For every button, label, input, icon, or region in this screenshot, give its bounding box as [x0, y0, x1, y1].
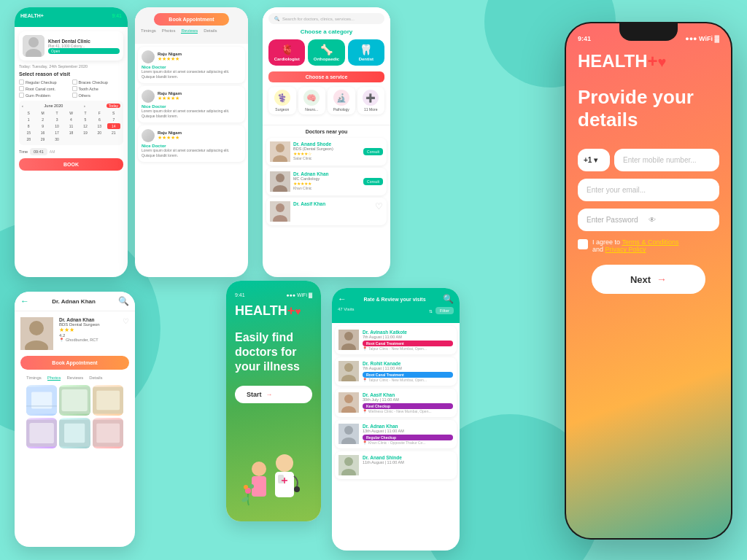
search-bar[interactable]: 🔍 Search for doctors, clinics, services.… — [268, 13, 384, 24]
service-grid: ⚕️ Surgeon 🧠 Neuro... 🔬 Pathology ➕ 11 M… — [268, 87, 384, 114]
cb-toothache[interactable]: Tooth Ache — [72, 86, 124, 91]
cal-next[interactable]: › — [84, 104, 85, 108]
onboard-time: 9:41 — [235, 292, 245, 298]
cb-others-box[interactable] — [72, 93, 77, 98]
d10[interactable]: 10 — [50, 123, 63, 129]
book-appointment-profile-btn[interactable]: Book Appointment — [20, 356, 129, 370]
cb-regular[interactable]: Regular Checkup — [19, 79, 71, 85]
tab-timings[interactable]: Timings — [141, 28, 156, 34]
cb-gum-box[interactable] — [19, 93, 24, 98]
d15[interactable]: 15 — [22, 130, 35, 136]
cb-rootcanal[interactable]: Root Canal cont. — [19, 86, 71, 91]
ptab-details[interactable]: Details — [89, 376, 102, 381]
d20[interactable]: 20 — [93, 130, 106, 136]
tab-photos[interactable]: Photos — [162, 28, 176, 34]
review-card-3: Raju Nigam ★★★★★ Nice Doctor Lorem ipsum… — [138, 125, 245, 162]
filter-button[interactable]: Filter — [436, 307, 454, 314]
d13[interactable]: 13 — [93, 123, 106, 129]
d12[interactable]: 12 — [79, 123, 92, 129]
d3[interactable]: 3 — [50, 117, 63, 122]
cat-cardiologist[interactable]: 🫀 Cardiologist — [268, 39, 305, 66]
cb-toothache-box[interactable] — [72, 86, 77, 91]
next-button[interactable]: Next → — [592, 265, 705, 294]
d6[interactable]: 6 — [93, 117, 106, 122]
profile-stars: ★★★ — [59, 327, 117, 333]
reviewer-row-2: Raju Nigam ★★★★★ — [142, 90, 241, 103]
search-placeholder: Search for doctors, clinics, services... — [282, 17, 355, 21]
cb-others[interactable]: Others — [72, 93, 124, 98]
d9[interactable]: 9 — [36, 123, 49, 129]
cb-braces[interactable]: Braces Checkup — [72, 79, 124, 85]
select-reason: Select reason of visit — [19, 71, 123, 77]
ptab-reviews[interactable]: Reviews — [66, 376, 83, 381]
svg-rect-33 — [96, 391, 120, 410]
password-input[interactable]: Enter Password 👁 — [578, 209, 719, 231]
back-button[interactable]: ← — [20, 296, 29, 306]
visit-info-5: Dr. Anand Shinde 11th August | 11:00 AM — [363, 455, 453, 475]
visit-date-5: 11th August | 11:00 AM — [363, 460, 453, 464]
terms-link[interactable]: Terms & Conditions — [622, 238, 678, 246]
today-btn[interactable]: Today — [107, 104, 120, 108]
d30[interactable]: 30 — [50, 136, 63, 142]
clinic-info: Kheri Dental Clinic Plot 41, 1000 Colony… — [48, 39, 120, 54]
profile-search-icon[interactable]: 🔍 — [118, 296, 129, 306]
eye-toggle-icon[interactable]: 👁 — [649, 216, 711, 224]
email-input[interactable]: Enter your email... — [578, 179, 719, 201]
favorite-icon[interactable]: ♡ — [123, 317, 129, 350]
d4[interactable]: 4 — [64, 117, 77, 122]
phone-main: 9:41 ●●● WiFi ▓ HEALTH+♥ Provide your de… — [565, 22, 732, 540]
d18[interactable]: 18 — [64, 130, 77, 136]
service-surgeon[interactable]: ⚕️ Surgeon — [268, 87, 296, 114]
service-neuro[interactable]: 🧠 Neuro... — [298, 87, 326, 114]
consult-btn-1[interactable]: Consult — [363, 148, 383, 155]
d1[interactable]: 1 — [22, 117, 35, 122]
cb-gum[interactable]: Gum Problem — [19, 93, 71, 98]
visits-title: Rate & Review your visits — [363, 297, 425, 302]
service-pathology[interactable]: 🔬 Pathology — [328, 87, 355, 114]
visit-item-3: Dr. Aasif Khan 30th July | 11:00 AM Keel… — [335, 389, 457, 417]
tab-details[interactable]: Details — [204, 28, 217, 34]
d5[interactable]: 5 — [79, 117, 92, 122]
ptab-timings[interactable]: Timings — [26, 376, 42, 381]
service-more-label: 11 More — [359, 107, 384, 112]
mobile-input[interactable]: Enter mobile number... — [614, 149, 719, 171]
d7[interactable]: 7 — [107, 117, 120, 122]
visit-avatar-2 — [338, 361, 359, 381]
cal-prev[interactable]: ‹ — [22, 104, 23, 108]
pathology-icon: 🔬 — [333, 90, 349, 106]
profile-details: Dr. Adnan Khan BDS Dental Surgeon ★★★ 4.… — [59, 317, 117, 350]
cb-rootcanal-box[interactable] — [19, 86, 24, 91]
d14[interactable]: 14 — [107, 123, 120, 129]
phone-categories: 🔍 Search for doctors, clinics, services.… — [263, 7, 390, 277]
book-appointment-btn[interactable]: Book Appointment — [154, 13, 228, 26]
time-value[interactable]: 09:41 — [30, 148, 47, 155]
consult-btn-2[interactable]: Consult — [363, 178, 383, 185]
d8[interactable]: 8 — [22, 123, 35, 129]
d21[interactable]: 21 — [107, 130, 120, 136]
book-button[interactable]: BOOK — [19, 158, 123, 171]
privacy-link[interactable]: Privacy Policy — [605, 246, 646, 253]
ptab-photos[interactable]: Photos — [47, 376, 61, 381]
tab-reviews[interactable]: Reviews — [181, 28, 198, 34]
d17[interactable]: 17 — [50, 130, 63, 136]
d28[interactable]: 28 — [22, 136, 35, 142]
cat-dentist[interactable]: 🦷 Dentist — [348, 39, 384, 66]
start-button[interactable]: Start → — [235, 386, 312, 403]
cb-braces-box[interactable] — [72, 79, 77, 85]
terms-checkbox[interactable] — [578, 239, 588, 249]
visits-back-icon[interactable]: ← — [338, 294, 347, 304]
fav-icon-3[interactable]: ♡ — [375, 201, 383, 211]
country-code-selector[interactable]: +1 ▾ — [578, 149, 610, 171]
health-plus: + — [287, 303, 295, 318]
d11[interactable]: 11 — [64, 123, 77, 129]
d2[interactable]: 2 — [36, 117, 49, 122]
d29[interactable]: 29 — [36, 136, 49, 142]
d16[interactable]: 16 — [36, 130, 49, 136]
visits-search-icon[interactable]: 🔍 — [443, 294, 454, 304]
service-more[interactable]: ➕ 11 More — [357, 87, 385, 114]
d19[interactable]: 19 — [79, 130, 92, 136]
cb-regular-box[interactable] — [19, 79, 24, 85]
visit-location-1: 📍 Talpur Clinic - New Mumbai, Open... — [363, 346, 453, 351]
cat-orthopaedic[interactable]: 🦴 Orthopaedic — [308, 39, 344, 66]
svg-point-19 — [294, 486, 300, 492]
